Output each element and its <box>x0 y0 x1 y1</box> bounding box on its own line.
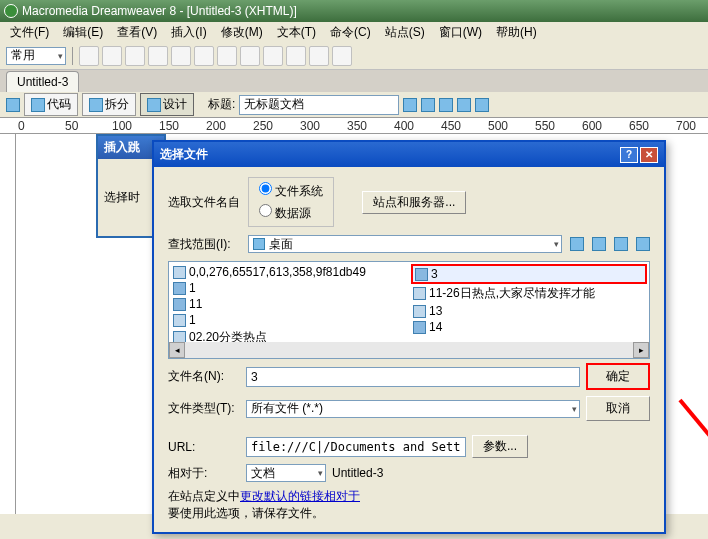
params-button[interactable]: 参数... <box>472 435 528 458</box>
menu-commands[interactable]: 命令(C) <box>324 22 377 43</box>
view-options-icon[interactable] <box>475 98 489 112</box>
tb-comment-icon[interactable] <box>286 46 306 66</box>
expand-icon[interactable] <box>6 98 20 112</box>
file-item[interactable]: 13 <box>411 303 647 319</box>
look-in-combo[interactable]: 桌面 <box>248 235 562 253</box>
folder-icon <box>173 298 186 311</box>
scroll-left-icon[interactable]: ◂ <box>169 342 185 358</box>
doc-tabs: Untitled-3 <box>0 70 708 92</box>
tb-anchor-icon[interactable] <box>125 46 145 66</box>
radio-filesystem[interactable]: 文件系统 <box>259 182 323 200</box>
menu-site[interactable]: 站点(S) <box>379 22 431 43</box>
file-item[interactable]: 11 <box>171 296 407 312</box>
title-label: 标题: <box>208 96 235 113</box>
file-item[interactable]: 0,0,276,65517,613,358,9f81db49 <box>171 264 407 280</box>
desktop-icon <box>253 238 265 250</box>
tb-date-icon[interactable] <box>240 46 260 66</box>
file-icon <box>413 305 426 318</box>
title-input[interactable] <box>239 95 399 115</box>
preview-icon[interactable] <box>421 98 435 112</box>
radio-ds-input[interactable] <box>259 204 272 217</box>
select-from-label: 选取文件名自 <box>168 194 240 211</box>
menu-view[interactable]: 查看(V) <box>111 22 163 43</box>
menu-help[interactable]: 帮助(H) <box>490 22 543 43</box>
url-input[interactable] <box>246 437 466 457</box>
tb-template-icon[interactable] <box>309 46 329 66</box>
split-label: 拆分 <box>105 96 129 113</box>
insert-dlg-label: 选择时 <box>104 190 140 204</box>
menu-file[interactable]: 文件(F) <box>4 22 55 43</box>
views-icon[interactable] <box>636 237 650 251</box>
rel-value: 文档 <box>251 465 275 482</box>
close-button[interactable]: ✕ <box>640 147 658 163</box>
app-logo-icon <box>4 4 18 18</box>
vertical-ruler <box>0 134 16 514</box>
tb-image-icon[interactable] <box>194 46 214 66</box>
folder-icon <box>415 268 428 281</box>
file-icon <box>173 266 186 279</box>
help-button[interactable]: ? <box>620 147 638 163</box>
cancel-button[interactable]: 取消 <box>586 396 650 421</box>
horizontal-ruler: 0501001502002503003504004505005506006507… <box>0 118 708 134</box>
toolbar-mode-combo[interactable]: 常用 <box>6 47 66 65</box>
menu-window[interactable]: 窗口(W) <box>433 22 488 43</box>
tb-layer-icon[interactable] <box>171 46 191 66</box>
file-item[interactable]: 11-26日热点,大家尽情发挥才能 <box>411 284 647 303</box>
file-item-label: 11 <box>189 297 202 311</box>
sites-servers-button[interactable]: 站点和服务器... <box>362 191 466 214</box>
source-radio-group: 文件系统 数据源 <box>248 177 334 227</box>
split-view-button[interactable]: 拆分 <box>82 93 136 116</box>
design-view-button[interactable]: 设计 <box>140 93 194 116</box>
radio-fs-input[interactable] <box>259 182 272 195</box>
url-label: URL: <box>168 440 240 454</box>
file-item[interactable]: 1 <box>171 312 407 328</box>
radio-datasource[interactable]: 数据源 <box>259 204 323 222</box>
file-list-scrollbar[interactable]: ◂ ▸ <box>169 342 649 358</box>
file-list[interactable]: 0,0,276,65517,613,358,9f81db49111102.20分… <box>168 261 650 359</box>
filename-input[interactable] <box>246 367 580 387</box>
file-item[interactable]: 1 <box>171 280 407 296</box>
tb-tag-icon[interactable] <box>332 46 352 66</box>
app-titlebar: Macromedia Dreamweaver 8 - [Untitled-3 (… <box>0 0 708 22</box>
filename-label: 文件名(N): <box>168 368 240 385</box>
file-item-label: 11-26日热点,大家尽情发挥才能 <box>429 285 595 302</box>
doc-toolbar: 代码 拆分 设计 标题: <box>0 92 708 118</box>
ok-button[interactable]: 确定 <box>586 363 650 390</box>
validate-icon[interactable] <box>403 98 417 112</box>
dialog-titlebar: 选择文件 ? ✕ <box>154 142 664 167</box>
scroll-right-icon[interactable]: ▸ <box>633 342 649 358</box>
relative-combo[interactable]: 文档 <box>246 464 326 482</box>
tb-hyperlink-icon[interactable] <box>79 46 99 66</box>
filetype-combo[interactable]: 所有文件 (*.*) <box>246 400 580 418</box>
file-item[interactable]: 14 <box>411 319 647 335</box>
change-default-link[interactable]: 更改默认的链接相对于 <box>240 489 360 503</box>
menu-insert[interactable]: 插入(I) <box>165 22 212 43</box>
file-item-label: 1 <box>189 281 196 295</box>
app-title: Macromedia Dreamweaver 8 - [Untitled-3 (… <box>22 4 297 18</box>
note-text-2: 要使用此选项，请保存文件。 <box>168 506 324 520</box>
back-icon[interactable] <box>570 237 584 251</box>
file-item-label: 13 <box>429 304 442 318</box>
menu-modify[interactable]: 修改(M) <box>215 22 269 43</box>
menu-edit[interactable]: 编辑(E) <box>57 22 109 43</box>
design-icon <box>147 98 161 112</box>
tb-table-icon[interactable] <box>148 46 168 66</box>
doc-tab[interactable]: Untitled-3 <box>6 71 79 92</box>
up-icon[interactable] <box>592 237 606 251</box>
file-item-label: 0,0,276,65517,613,358,9f81db49 <box>189 265 366 279</box>
file-item[interactable]: 3 <box>411 264 647 284</box>
rel-label: 相对于: <box>168 465 240 482</box>
filetype-label: 文件类型(T): <box>168 400 240 417</box>
code-view-button[interactable]: 代码 <box>24 93 78 116</box>
design-label: 设计 <box>163 96 187 113</box>
doc-tab-label: Untitled-3 <box>17 75 68 89</box>
note-text-1: 在站点定义中 <box>168 489 240 503</box>
insert-toolbar: 常用 <box>0 42 708 70</box>
refresh-icon[interactable] <box>439 98 453 112</box>
new-folder-icon[interactable] <box>614 237 628 251</box>
tb-media-icon[interactable] <box>217 46 237 66</box>
tb-email-icon[interactable] <box>102 46 122 66</box>
options-icon[interactable] <box>457 98 471 112</box>
tb-server-icon[interactable] <box>263 46 283 66</box>
menu-text[interactable]: 文本(T) <box>271 22 322 43</box>
